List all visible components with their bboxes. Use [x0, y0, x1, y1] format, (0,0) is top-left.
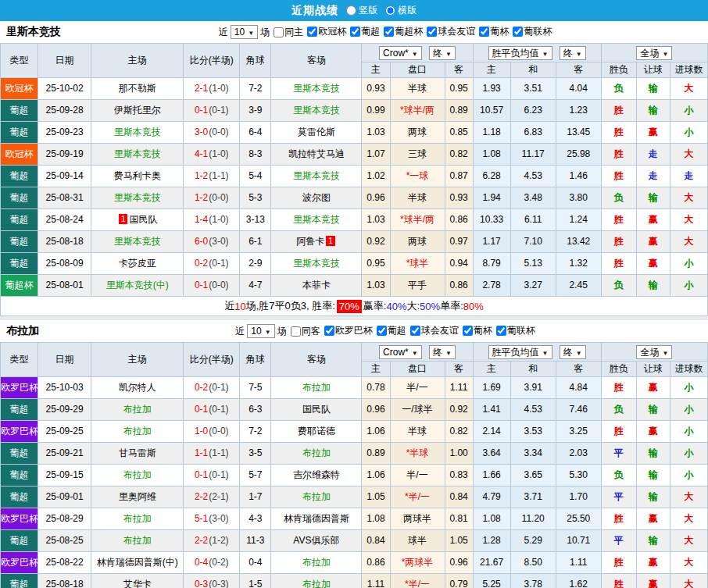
home-team-link[interactable]: 布拉加	[123, 404, 152, 415]
league-filter[interactable]: 葡超	[346, 25, 380, 38]
league-filter[interactable]: 球会友谊	[423, 25, 475, 38]
home-team-link[interactable]: 布拉加	[123, 426, 152, 437]
near-count-select[interactable]: 10▼	[247, 324, 274, 338]
home-team-link[interactable]: 里斯本竞技	[114, 127, 161, 137]
layout-radio-vertical[interactable]: 竖版	[341, 4, 377, 17]
odds-company-select[interactable]: Crow*▼	[379, 46, 422, 60]
result-goals: 小	[670, 465, 707, 486]
league-filter[interactable]: 葡杯	[459, 324, 492, 337]
same-venue-checkbox[interactable]	[274, 27, 284, 37]
league-checkbox[interactable]	[496, 326, 506, 336]
league-filter[interactable]: 欧冠杯	[303, 25, 346, 38]
chevron-down-icon: ▼	[445, 51, 452, 58]
home-team-link[interactable]: 里斯本竞技	[114, 192, 161, 203]
league-filter[interactable]: 葡联杯	[509, 25, 552, 38]
league-filter[interactable]: 葡超杯	[380, 25, 423, 38]
vertical-radio[interactable]	[346, 5, 356, 16]
same-venue-filter[interactable]: 同客	[287, 325, 320, 338]
league-checkbox[interactable]	[324, 326, 334, 336]
mean-stage-select[interactable]: 终▼	[560, 46, 586, 60]
league-checkbox[interactable]	[350, 27, 360, 37]
away-team-link[interactable]: 本菲卡	[302, 280, 331, 290]
home-team-link[interactable]: 艾华卡	[123, 579, 152, 588]
result-goals: 走	[670, 166, 707, 187]
home-team-link[interactable]: 布拉加	[123, 535, 152, 546]
away-team-link[interactable]: AVS俱乐部	[293, 535, 339, 546]
league-checkbox[interactable]	[463, 326, 473, 336]
league-checkbox[interactable]	[307, 27, 317, 37]
league-checkbox[interactable]	[410, 326, 420, 336]
home-team-link[interactable]: 费马利卡奥	[114, 170, 161, 181]
summary-segment: 70%	[337, 300, 362, 313]
away-team-link[interactable]: 凯拉特艾马迪	[288, 148, 345, 159]
league-filter[interactable]: 葡超	[373, 324, 406, 337]
league-filter[interactable]: 葡杯	[475, 25, 509, 38]
away-team-link[interactable]: 里斯本竞技	[293, 105, 340, 116]
home-team-link[interactable]: 布拉加	[123, 469, 152, 480]
corner-cell: 7-2	[240, 421, 271, 443]
away-team-link[interactable]: 阿鲁卡	[296, 236, 324, 247]
away-team-link[interactable]: 布拉加	[302, 382, 331, 393]
match-date: 25-09-14	[38, 166, 91, 187]
odds-company-value: Crow*	[383, 48, 409, 59]
away-team-link[interactable]: 布拉加	[302, 579, 331, 588]
league-checkbox[interactable]	[377, 326, 387, 336]
league-checkbox[interactable]	[479, 27, 489, 37]
odds-stage-select[interactable]: 终▼	[429, 345, 456, 359]
home-team-link[interactable]: 林肯瑞德因普斯(中)	[97, 557, 178, 568]
away-team-link[interactable]: 波尔图	[302, 192, 331, 203]
match-row: 欧罗巴杯25-08-22林肯瑞德因普斯(中)0-4(0-2)0-4布拉加0.86…	[1, 552, 708, 574]
league-checkbox[interactable]	[513, 27, 523, 37]
home-team-link[interactable]: 里斯本竞技	[114, 148, 161, 159]
horizontal-radio[interactable]	[385, 5, 395, 16]
home-team-cell: 里斯本竞技(中)	[91, 275, 184, 297]
mean-type-select[interactable]: 胜平负均值▼	[488, 46, 552, 60]
away-team-link[interactable]: 里斯本竞技	[293, 258, 340, 269]
league-filter[interactable]: 欧罗巴杯	[320, 324, 373, 337]
corner-cell: 1-7	[240, 486, 271, 508]
league-checkbox[interactable]	[384, 27, 394, 37]
same-venue-filter[interactable]: 同主	[270, 26, 303, 39]
odds-company-select[interactable]: Crow*▼	[379, 345, 422, 359]
away-team-link[interactable]: 费耶诺德	[298, 426, 335, 437]
away-team-link[interactable]: 里斯本竞技	[293, 214, 340, 225]
mean-win: 1.66	[473, 465, 510, 486]
near-count-select[interactable]: 10▼	[231, 25, 258, 39]
mean-lose: 1.46	[556, 166, 601, 187]
away-team-link[interactable]: 吉尔维森特	[293, 469, 340, 480]
home-team-link[interactable]: 国民队	[129, 214, 157, 225]
league-badge: 葡超	[1, 122, 38, 144]
home-team-link[interactable]: 伊斯托里尔	[114, 105, 161, 116]
away-team-link[interactable]: 布拉加	[302, 491, 331, 502]
league-checkbox[interactable]	[427, 27, 437, 37]
home-team-link[interactable]: 凯尔特人	[119, 382, 156, 393]
away-team-cell: 布拉加	[271, 443, 362, 465]
match-date: 25-09-21	[38, 443, 91, 465]
away-team-link[interactable]: 里斯本竞技	[293, 170, 340, 181]
away-team-link[interactable]: 布拉加	[302, 557, 331, 568]
mean-type-select[interactable]: 胜平负均值▼	[488, 345, 552, 359]
away-team-link[interactable]: 国民队	[302, 404, 331, 415]
away-team-link[interactable]: 林肯瑞德因普斯	[284, 513, 349, 524]
home-team-link[interactable]: 里斯本竞技	[114, 236, 161, 247]
home-odds: 1.03	[362, 275, 390, 297]
result-wdl: 胜	[601, 166, 636, 187]
layout-radio-horizontal[interactable]: 横版	[381, 4, 417, 17]
scope-select[interactable]: 全场▼	[636, 46, 672, 60]
away-team-link[interactable]: 布拉加	[302, 447, 331, 458]
away-team-link[interactable]: 莫雷伦斯	[298, 127, 335, 137]
odds-stage-select[interactable]: 终▼	[429, 46, 456, 60]
scope-select[interactable]: 全场▼	[636, 345, 672, 359]
home-team-link[interactable]: 卡莎皮亚	[119, 258, 156, 269]
home-team-link[interactable]: 那不勒斯	[119, 83, 156, 94]
league-filter[interactable]: 葡联杯	[492, 324, 535, 337]
home-team-link[interactable]: 布拉加	[123, 513, 152, 524]
home-team-link[interactable]: 里奥阿维	[119, 491, 156, 502]
away-team-link[interactable]: 里斯本竞技	[293, 83, 340, 94]
same-venue-checkbox[interactable]	[291, 326, 301, 337]
home-team-link[interactable]: 里斯本竞技(中)	[106, 280, 169, 290]
league-filter[interactable]: 球会友谊	[406, 324, 459, 337]
mean-stage-select[interactable]: 终▼	[560, 345, 586, 359]
home-team-link[interactable]: 甘马雷斯	[119, 447, 156, 458]
result-goals: 大	[670, 530, 707, 552]
